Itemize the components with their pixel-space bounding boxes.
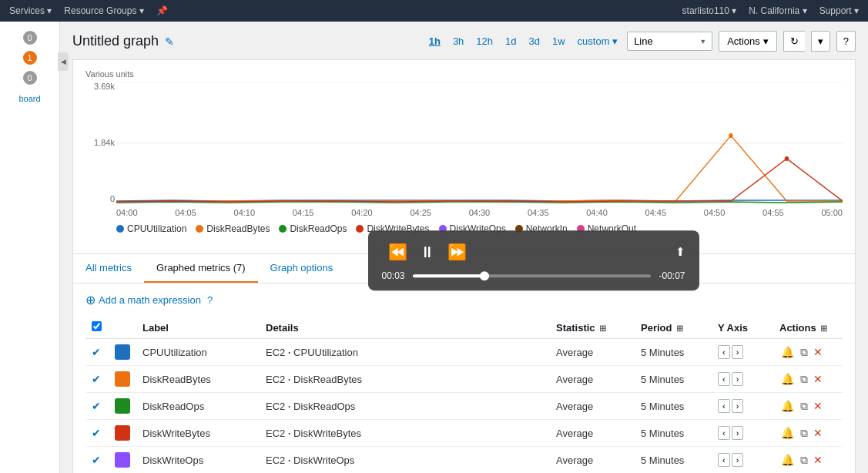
action-remove-3[interactable]: ✕ — [812, 426, 824, 440]
action-bell-4[interactable]: 🔔 — [779, 453, 796, 467]
time-12h[interactable]: 12h — [473, 34, 496, 49]
actions-info-icon[interactable]: ⊞ — [820, 324, 827, 333]
detail-prefix-0: EC2 — [266, 347, 285, 358]
th-color — [109, 317, 136, 339]
table-row: ✔ DiskReadOps EC2 • DiskReadOps — [85, 393, 843, 420]
x-label-0: 04:00 — [116, 208, 138, 217]
action-remove-4[interactable]: ✕ — [812, 453, 824, 467]
sidebar-toggle[interactable]: ◀ — [58, 52, 69, 71]
action-copy-2[interactable]: ⧉ — [799, 399, 809, 414]
action-remove-1[interactable]: ✕ — [812, 372, 824, 386]
action-bell-3[interactable]: 🔔 — [779, 426, 796, 440]
graph-title-area: Untitled graph ✎ — [72, 33, 174, 49]
row-color-2 — [109, 393, 136, 420]
action-copy-0[interactable]: ⧉ — [799, 345, 809, 360]
action-copy-3[interactable]: ⧉ — [799, 426, 809, 441]
time-3h[interactable]: 3h — [450, 34, 467, 49]
row-yaxis-4: ‹ › — [712, 447, 773, 474]
action-remove-0[interactable]: ✕ — [812, 345, 824, 359]
rewind-button[interactable]: ⏪ — [382, 241, 414, 263]
forward-button[interactable]: ⏩ — [441, 241, 473, 263]
x-label-7: 04:35 — [528, 208, 549, 217]
action-copy-1[interactable]: ⧉ — [799, 372, 809, 387]
time-custom[interactable]: custom ▾ — [575, 34, 622, 49]
detail-name-3: DiskWriteBytes — [293, 428, 361, 439]
yaxis-right-2[interactable]: › — [732, 399, 744, 413]
time-1w[interactable]: 1w — [549, 34, 568, 49]
yaxis-right-0[interactable]: › — [732, 345, 744, 359]
nav-services[interactable]: Services ▾ — [9, 5, 52, 16]
detail-name-2: DiskReadOps — [293, 401, 355, 412]
time-1h[interactable]: 1h — [426, 34, 444, 49]
action-remove-2[interactable]: ✕ — [812, 399, 824, 413]
add-math-link[interactable]: ⊕ Add a math expression — [85, 293, 201, 307]
legend-dot-diskreadbytes — [196, 225, 203, 233]
yaxis-right-3[interactable]: › — [732, 426, 744, 440]
nav-region[interactable]: N. California ▾ — [749, 5, 806, 16]
plus-icon: ⊕ — [85, 293, 96, 307]
sidebar-badge-2: 0 — [23, 71, 37, 85]
time-1d[interactable]: 1d — [502, 34, 519, 49]
math-help-icon[interactable]: ? — [207, 294, 213, 306]
action-bell-0[interactable]: 🔔 — [779, 345, 796, 359]
video-player: ⏪ ⏸ ⏩ ⬆ 00:03 -00:07 — [368, 230, 699, 290]
x-label-1: 04:05 — [175, 208, 196, 217]
progress-handle[interactable] — [480, 271, 489, 280]
yaxis-left-1[interactable]: ‹ — [718, 372, 730, 386]
table-body: ✔ CPUUtilization EC2 • CPUUtilization — [85, 339, 843, 474]
action-bell-2[interactable]: 🔔 — [779, 399, 796, 413]
time-3d[interactable]: 3d — [526, 34, 543, 49]
refresh-dropdown-button[interactable]: ▾ — [811, 31, 830, 52]
color-swatch-4[interactable] — [115, 452, 130, 468]
yaxis-right-1[interactable]: › — [732, 372, 744, 386]
refresh-button[interactable]: ↻ — [783, 31, 805, 52]
help-button[interactable]: ? — [836, 31, 856, 52]
color-swatch-1[interactable] — [115, 371, 130, 387]
metrics-table: Label Details Statistic ⊞ Period ⊞ Y Axi… — [85, 317, 843, 473]
edit-title-icon[interactable]: ✎ — [165, 35, 174, 48]
row-actions-1: 🔔 ⧉ ✕ — [773, 366, 843, 393]
row-actions-0: 🔔 ⧉ ✕ — [773, 339, 843, 366]
tab-all-metrics[interactable]: All metrics — [73, 254, 144, 283]
period-info-icon[interactable]: ⊞ — [676, 324, 683, 333]
tab-graphed-metrics[interactable]: Graphed metrics (7) — [144, 254, 258, 283]
legend-label-diskreadops: DiskReadOps — [290, 223, 347, 234]
share-button[interactable]: ⬆ — [675, 245, 685, 259]
row-details-4: EC2 • DiskWriteOps — [260, 447, 550, 474]
row-yaxis-2: ‹ › — [712, 393, 773, 420]
tab-graph-options[interactable]: Graph options — [258, 254, 346, 283]
legend-diskreadops: DiskReadOps — [279, 223, 347, 234]
action-copy-4[interactable]: ⧉ — [799, 453, 809, 468]
x-label-11: 04:55 — [762, 208, 784, 217]
nav-account[interactable]: starlisto110 ▾ — [682, 5, 737, 16]
color-swatch-2[interactable] — [115, 398, 130, 414]
actions-dropdown-icon: ▾ — [763, 35, 769, 47]
color-swatch-3[interactable] — [115, 425, 130, 441]
add-math-label[interactable]: Add a math expression — [99, 294, 201, 306]
detail-prefix-1: EC2 — [266, 374, 285, 385]
yaxis-left-4[interactable]: ‹ — [718, 453, 730, 467]
actions-button[interactable]: Actions ▾ — [719, 31, 777, 52]
row-actions-2: 🔔 ⧉ ✕ — [773, 393, 843, 420]
row-check-1: ✔ — [85, 366, 109, 393]
yaxis-left-2[interactable]: ‹ — [718, 399, 730, 413]
color-swatch-0[interactable] — [115, 344, 130, 360]
select-all-checkbox[interactable] — [92, 321, 102, 331]
nav-resource-groups[interactable]: Resource Groups ▾ — [64, 5, 143, 16]
time-controls: 1h 3h 12h 1d 3d 1w custom ▾ Line Stacked… — [426, 31, 856, 52]
sidebar-board-link[interactable]: board — [18, 94, 40, 103]
nav-support[interactable]: Support ▾ — [819, 5, 859, 16]
pause-button[interactable]: ⏸ — [414, 242, 441, 263]
progress-bar[interactable] — [413, 274, 652, 277]
action-bell-1[interactable]: 🔔 — [779, 372, 796, 386]
row-yaxis-3: ‹ › — [712, 420, 773, 447]
nav-pin[interactable]: 📌 — [156, 5, 168, 16]
th-statistic: Statistic ⊞ — [550, 317, 635, 339]
row-color-3 — [109, 420, 136, 447]
yaxis-right-4[interactable]: › — [732, 453, 744, 467]
yaxis-left-0[interactable]: ‹ — [718, 345, 730, 359]
yaxis-left-3[interactable]: ‹ — [718, 426, 730, 440]
x-label-12: 05:00 — [821, 208, 843, 217]
chart-type-select[interactable]: Line Stacked area Number — [627, 32, 712, 51]
statistic-info-icon[interactable]: ⊞ — [599, 324, 606, 333]
